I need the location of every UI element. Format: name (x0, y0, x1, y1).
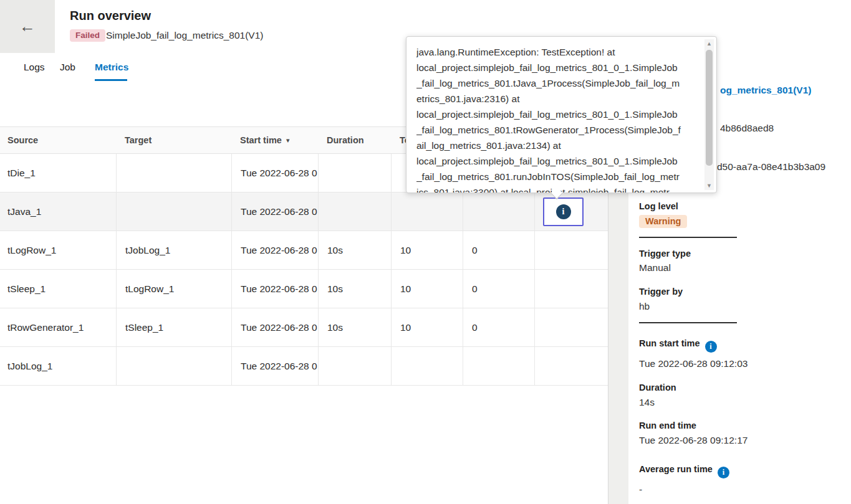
cell-duration: 10s (318, 231, 391, 269)
table-row[interactable]: tSleep_1 tLogRow_1 Tue 2022-06-28 0 10s … (0, 270, 608, 308)
cell-col5: 10 (391, 231, 463, 269)
average-run-time-label-text: Average run time (639, 464, 713, 474)
stack-trace-text: java.lang.RuntimeException: TestExceptio… (406, 37, 701, 193)
cell-col5: 10 (391, 308, 463, 346)
cell-info (534, 231, 608, 269)
tab-job[interactable]: Job (60, 62, 75, 73)
back-arrow-icon: ← (0, 0, 55, 53)
run-end-time-value: Tue 2022-06-28 09:12:17 (639, 435, 748, 446)
stack-trace-line: local_project.simplejob_fail_log_metrics… (416, 107, 701, 122)
run-id-fragment: d50-aa7a-08e41b3b3a09 (717, 161, 825, 173)
stack-trace-line: _fail_log_metrics_801.tJava_1Process(Sim… (416, 75, 701, 91)
stack-trace-line: java.lang.RuntimeException: TestExceptio… (416, 44, 701, 60)
scroll-down-icon[interactable]: ▼ (704, 181, 714, 190)
back-button[interactable]: ← (0, 0, 55, 53)
trigger-type-value: Manual (639, 262, 671, 273)
cell-target: tSleep_1 (116, 308, 231, 346)
cell-source: tLogRow_1 (0, 231, 116, 269)
cell-duration: 10s (318, 270, 391, 308)
status-badge-failed: Failed (70, 29, 105, 42)
job-artifact-link[interactable]: og_metrics_801(V1) (720, 85, 811, 96)
cell-info (534, 270, 608, 308)
trigger-by-value: hb (639, 301, 650, 312)
table-row-selected[interactable]: tJava_1 Tue 2022-06-28 0 i (0, 193, 608, 231)
cell-source: tSleep_1 (0, 270, 116, 308)
log-level-label: Log level (639, 201, 678, 211)
stack-trace-line: _fail_log_metrics_801.tRowGenerator_1Pro… (416, 122, 701, 138)
tab-logs[interactable]: Logs (24, 62, 45, 73)
task-id-fragment: 4b86d8aed8 (720, 123, 774, 134)
trigger-by-label: Trigger by (639, 287, 683, 297)
cell-start-time: Tue 2022-06-28 0 (231, 231, 318, 269)
cell-info: i (534, 193, 608, 231)
cell-source: tDie_1 (0, 154, 116, 192)
cell-col6 (463, 347, 534, 385)
table-row[interactable]: tLogRow_1 tJobLog_1 Tue 2022-06-28 0 10s… (0, 231, 608, 270)
info-icon: i (556, 204, 571, 219)
tooltip-scrollbar[interactable]: ▲ ▼ (704, 39, 714, 190)
sort-desc-icon: ▾ (286, 136, 290, 145)
cell-info (534, 347, 608, 385)
run-end-time-label: Run end time (639, 421, 696, 430)
table-row[interactable]: tRowGenerator_1 tSleep_1 Tue 2022-06-28 … (0, 308, 608, 347)
trigger-type-label: Trigger type (639, 249, 691, 259)
cell-start-time: Tue 2022-06-28 0 (231, 270, 318, 308)
average-run-time-value: - (639, 484, 642, 495)
scrollbar-thumb[interactable] (706, 50, 713, 166)
active-tab-underline (95, 79, 127, 81)
cell-target (116, 154, 231, 192)
scroll-up-icon[interactable]: ▲ (704, 39, 714, 48)
sidebar-divider (639, 237, 737, 238)
cell-source: tJava_1 (0, 193, 116, 231)
cell-target: tLogRow_1 (116, 270, 231, 308)
sidebar-divider (639, 322, 737, 323)
cell-duration (318, 347, 391, 385)
info-icon[interactable]: i (705, 341, 717, 353)
column-header-start-time[interactable]: Start time ▾ (231, 127, 318, 153)
cell-col6: 0 (463, 270, 534, 308)
cell-col5: 10 (391, 270, 463, 308)
cell-col5 (391, 193, 463, 231)
cell-col6: 0 (463, 308, 534, 346)
cell-start-time: Tue 2022-06-28 0 (231, 193, 318, 231)
info-icon[interactable]: i (718, 467, 729, 478)
log-level-badge-warning: Warning (639, 215, 687, 228)
run-start-time-label: Run start timei (639, 338, 717, 350)
stack-trace-line: ail_log_metrics_801.java:2134) at (416, 138, 701, 153)
cell-target (116, 347, 231, 385)
cell-target (116, 193, 231, 231)
column-header-target[interactable]: Target (116, 127, 231, 153)
cell-duration (318, 154, 391, 192)
stack-trace-line: local_project.simplejob_fail_log_metrics… (416, 60, 701, 75)
run-start-time-value: Tue 2022-06-28 09:12:03 (639, 358, 748, 369)
cell-col6 (463, 193, 534, 231)
cell-source: tRowGenerator_1 (0, 308, 116, 346)
cell-col6: 0 (463, 231, 534, 269)
duration-value: 14s (639, 397, 655, 408)
error-info-button[interactable]: i (543, 197, 584, 226)
cell-target: tJobLog_1 (116, 231, 231, 269)
stack-trace-line: etrics_801.java:2316) at (416, 91, 701, 107)
cell-duration: 10s (318, 308, 391, 346)
run-start-time-label-text: Run start time (639, 338, 700, 348)
average-run-time-label: Average run timei (639, 464, 729, 476)
cell-start-time: Tue 2022-06-28 0 (231, 308, 318, 346)
column-header-source[interactable]: Source (0, 127, 116, 153)
column-header-start-time-label: Start time (240, 135, 282, 145)
error-tooltip: java.lang.RuntimeException: TestExceptio… (406, 36, 717, 193)
cell-duration (318, 193, 391, 231)
duration-label: Duration (639, 383, 676, 392)
cell-source: tJobLog_1 (0, 347, 116, 385)
stack-trace-line: _fail_log_metrics_801.runJobInTOS(Simple… (416, 169, 701, 184)
cell-start-time: Tue 2022-06-28 0 (231, 154, 318, 192)
page-title: Run overview (70, 9, 151, 23)
table-row[interactable]: tJobLog_1 Tue 2022-06-28 0 (0, 347, 608, 386)
tab-metrics[interactable]: Metrics (95, 62, 128, 73)
column-header-duration[interactable]: Duration (318, 127, 391, 153)
cell-info (534, 308, 608, 346)
cell-start-time: Tue 2022-06-28 0 (231, 347, 318, 385)
cell-col5 (391, 347, 463, 385)
stack-trace-line: local_project.simplejob_fail_log_metrics… (416, 153, 701, 169)
job-name-subtitle: SimpleJob_fail_log_metrics_801(V1) (106, 30, 263, 41)
